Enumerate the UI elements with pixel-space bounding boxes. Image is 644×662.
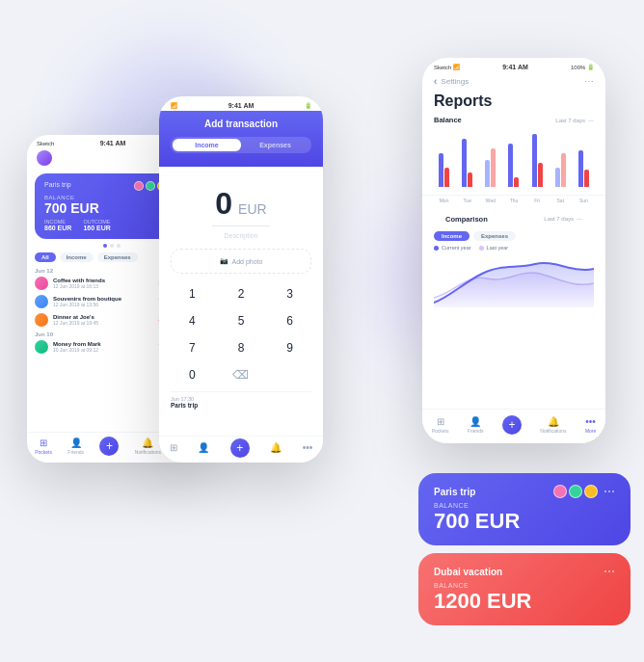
menu-icon[interactable]: ⋯ [584,76,594,87]
pockets-icon: ⊞ [40,437,47,448]
float-card-dubai-header: Dubai vacation ⋯ [434,565,615,578]
bar-red-1 [444,168,449,187]
tx-sub-3: 12 Jun 2019 at 19:45 [53,320,153,326]
bar-group-3 [480,148,500,187]
outcome-label: OUTCOME [83,219,110,225]
tx-icon-3 [35,313,48,327]
balance-meta: Last 7 days ⋯ [555,117,594,123]
signal-mid: 📶 [171,102,177,109]
nav-pockets-mid[interactable]: ⊞ [170,442,177,453]
legend-current-label: Current year [442,245,471,251]
numpad-7[interactable]: 7 [169,335,216,360]
nav-friends[interactable]: 👤 Friends [67,437,84,455]
bar-chart [422,128,605,196]
numpad-1[interactable]: 1 [169,281,216,306]
float-card-dubai[interactable]: Dubai vacation ⋯ BALANCE 1200 EUR [418,553,631,625]
float-card-paris[interactable]: Paris trip ⋯ BALANCE 700 EUR [418,473,631,545]
recent-section: Jun 17:30 Paris trip [159,387,323,412]
notifications-icon: 🔔 [142,437,153,448]
comparison-section-header: Comparison Last 7 days ⋯ [422,209,605,231]
nav-notifications-right[interactable]: 🔔 Notifications [540,416,566,434]
numpad-3[interactable]: 3 [266,281,313,306]
bar-red-7 [584,170,589,187]
income-label: INCOME [44,219,71,225]
line-chart [422,254,605,307]
tx-icon-1 [35,277,48,290]
battery-right: 100% 🔋 [571,64,594,70]
add-button-right[interactable]: + [502,415,522,435]
nav-pockets[interactable]: ⊞ Pockets [35,437,52,455]
nav-more-right[interactable]: ••• More [585,416,596,434]
avatar [37,150,52,166]
bar-group-4 [503,144,523,187]
comp-tab-expenses[interactable]: Expenses [473,231,516,241]
signal-right: Sketch 📶 [434,64,460,70]
numpad-8[interactable]: 8 [218,335,265,360]
dot-2 [110,244,114,248]
float-avatar-2 [569,485,582,498]
add-button[interactable]: + [99,437,119,456]
float-card-paris-avatars [553,485,598,498]
tx-details-1: Coffee with friends 12 Jun 2019 at 16:13 [53,278,153,289]
comp-tabs: Income Expenses [422,231,605,245]
outcome-stat: OUTCOME 160 EUR [83,219,110,231]
notifications-icon-mid: 🔔 [270,442,282,453]
float-avatar-3 [584,485,598,498]
mid-tabs: Income Expenses [171,137,311,153]
label-sun: Sun [574,198,594,203]
tab-expenses-mid[interactable]: Expenses [241,139,309,151]
legend-last-label: Last year [487,245,509,251]
income-stat: INCOME 860 EUR [44,219,71,231]
friends-label: Friends [67,449,84,455]
friends-icon: 👤 [70,437,82,448]
pockets-icon-mid: ⊞ [170,442,177,453]
time-right: 9:41 AM [502,64,528,70]
balance-label: Balance [434,116,462,124]
bar-red-3 [491,148,496,187]
tab-expenses[interactable]: Expenses [97,252,138,262]
tx-sub-1: 12 Jun 2019 at 16:13 [53,283,153,289]
card-title: Paris trip [44,181,71,188]
nav-friends-right[interactable]: 👤 Friends [468,416,484,434]
pockets-icon-right: ⊞ [437,416,444,427]
numpad-backspace[interactable]: ⌫ [218,362,265,387]
options-icon[interactable]: ⋯ [588,117,594,123]
tab-income-mid[interactable]: Income [173,139,241,151]
float-card-paris-menu[interactable]: ⋯ [604,485,615,498]
numpad: 1 2 3 4 5 6 7 8 9 0 ⌫ [159,281,323,387]
tab-all[interactable]: All [35,252,56,262]
nav-notifications-mid[interactable]: 🔔 [270,442,282,453]
bottom-nav-mid: ⊞ 👤 + 🔔 ••• [159,436,323,463]
tx-sub-4: 10 Jun 2019 at 09:12 [53,347,153,353]
numpad-2[interactable]: 2 [218,281,265,306]
add-photo-button[interactable]: 📷 Add photo [171,249,311,274]
float-card-paris-header: Paris trip ⋯ [434,485,615,498]
label-sat: Sat [550,198,571,203]
tx-icon-2 [35,295,48,308]
tx-icon-4 [35,340,48,354]
nav-friends-mid[interactable]: 👤 [198,442,209,453]
numpad-5[interactable]: 5 [218,308,265,333]
numpad-4[interactable]: 4 [169,308,216,333]
nav-more-mid[interactable]: ••• [303,442,313,453]
nav-pockets-right[interactable]: ⊞ Pockets [432,416,449,434]
comparison-options-icon[interactable]: ⋯ [577,215,582,222]
tab-income[interactable]: Income [60,252,94,262]
back-arrow-icon[interactable]: ‹ [434,76,437,87]
currency-display: EUR [238,201,267,217]
numpad-6[interactable]: 6 [266,308,313,333]
legend-dot-last [479,246,484,251]
settings-label: Settings [441,77,469,86]
more-icon-right: ••• [585,416,596,427]
nav-notifications[interactable]: 🔔 Notifications [135,437,161,455]
numpad-0[interactable]: 0 [169,362,216,387]
numpad-9[interactable]: 9 [266,335,313,360]
float-card-dubai-menu[interactable]: ⋯ [604,565,615,578]
comp-tab-income[interactable]: Income [434,231,470,241]
add-button-mid[interactable]: + [230,438,250,458]
bar-blue-3 [485,160,490,187]
comparison-label: Comparison [434,209,499,227]
bottom-nav-right: ⊞ Pockets 👤 Friends + 🔔 Notifications ••… [422,409,605,443]
dot-1 [103,244,107,248]
float-card-paris-title: Paris trip [434,487,475,497]
